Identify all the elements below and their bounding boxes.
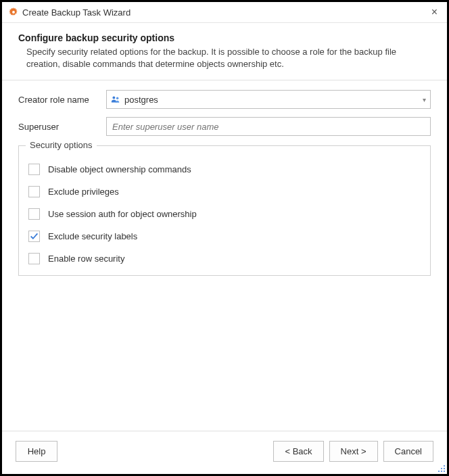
security-option-row: Disable object ownership commands (28, 164, 421, 175)
checkbox-label: Use session auth for object ownership (48, 209, 197, 219)
creator-role-value: postgres (124, 95, 158, 105)
superuser-label: Superuser (18, 122, 106, 132)
security-option-row: Use session auth for object ownership (28, 208, 421, 220)
security-option-row: Enable row security (28, 253, 421, 264)
next-button[interactable]: Next > (329, 441, 378, 462)
checkbox-label: Exclude privileges (48, 187, 119, 197)
close-icon[interactable]: × (429, 6, 440, 18)
checkbox[interactable] (28, 253, 40, 264)
checkbox[interactable] (28, 231, 40, 242)
checkbox-label: Enable row security (48, 254, 124, 264)
svg-point-7 (441, 471, 442, 472)
header: Configure backup security options Specif… (2, 23, 447, 80)
superuser-row: Superuser (18, 117, 431, 136)
creator-role-label: Creator role name (18, 95, 106, 105)
checkbox-label: Disable object ownership commands (48, 164, 191, 174)
svg-point-6 (438, 471, 440, 472)
titlebar: Create Backup Task Wizard × (2, 2, 447, 23)
creator-role-select[interactable]: postgres ▾ (106, 90, 431, 109)
gear-icon (9, 7, 18, 17)
window-title: Create Backup Task Wizard (22, 7, 429, 18)
role-icon (111, 95, 120, 104)
checkbox[interactable] (28, 164, 40, 175)
security-options-legend: Security options (26, 140, 97, 150)
svg-point-1 (112, 97, 115, 99)
checkbox-label: Exclude security labels (48, 231, 137, 241)
page-description: Specify security related options for the… (18, 46, 431, 70)
footer: Help < Back Next > Cancel (2, 431, 447, 474)
back-button[interactable]: < Back (273, 441, 323, 462)
checkbox[interactable] (28, 208, 40, 220)
help-button[interactable]: Help (16, 441, 57, 462)
creator-role-row: Creator role name postgres ▾ (18, 90, 431, 109)
security-option-row: Exclude security labels (28, 231, 421, 242)
svg-point-2 (116, 97, 119, 100)
form-area: Creator role name postgres ▾ Superuser S… (2, 80, 447, 276)
security-option-row: Exclude privileges (28, 186, 421, 197)
resize-grip-icon[interactable] (438, 465, 446, 473)
security-options-fieldset: Security options Disable object ownershi… (18, 145, 431, 276)
chevron-down-icon: ▾ (423, 96, 426, 103)
svg-point-0 (12, 11, 15, 14)
svg-point-4 (441, 468, 442, 469)
superuser-input[interactable] (106, 117, 431, 136)
svg-point-8 (444, 471, 445, 472)
page-title: Configure backup security options (18, 32, 431, 43)
cancel-button[interactable]: Cancel (383, 441, 433, 462)
svg-point-3 (444, 465, 445, 467)
checkbox[interactable] (28, 186, 40, 197)
svg-point-5 (444, 468, 445, 469)
